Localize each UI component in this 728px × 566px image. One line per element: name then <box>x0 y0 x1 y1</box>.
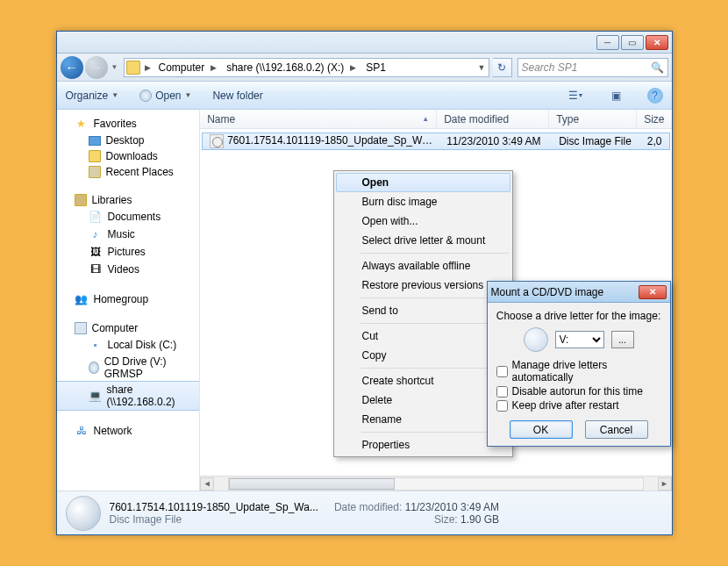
sidebar-documents[interactable]: 📄Documents <box>57 208 200 226</box>
documents-icon: 📄 <box>89 210 103 224</box>
sidebar-desktop[interactable]: Desktop <box>57 133 200 148</box>
col-name[interactable]: Name▲ <box>200 110 437 128</box>
chevron-right-icon[interactable]: ▶ <box>142 63 153 72</box>
search-icon: 🔍 <box>651 61 664 74</box>
organize-button[interactable]: Organize▼ <box>66 90 119 102</box>
scroll-track[interactable] <box>228 477 643 491</box>
sidebar-favorites[interactable]: ★Favorites <box>57 115 200 133</box>
ctx-send-to[interactable]: Send to▶ <box>336 301 510 320</box>
ctx-create-shortcut[interactable]: Create shortcut <box>336 371 510 390</box>
disc-icon <box>139 90 152 102</box>
scroll-left-button[interactable]: ◄ <box>200 477 214 491</box>
sidebar-cd-drive[interactable]: CD Drive (V:) GRMSP <box>57 354 200 382</box>
titlebar: ─ ▭ ✕ <box>57 32 672 54</box>
search-placeholder: Search SP1 <box>522 61 578 74</box>
sidebar-homegroup[interactable]: 👥Homegroup <box>57 290 200 308</box>
iso-icon <box>210 134 224 148</box>
sort-asc-icon: ▲ <box>422 115 429 123</box>
explorer-window: ─ ▭ ✕ ← → ▼ ▶ Computer▶ share (\\192.168… <box>56 31 673 535</box>
details-filename: 7601.17514.101119-1850_Update_Sp_Wa... <box>110 501 318 513</box>
browse-button[interactable]: ... <box>611 331 634 348</box>
details-pane: 7601.17514.101119-1850_Update_Sp_Wa... D… <box>57 491 672 534</box>
mount-dialog: Mount a CD/DVD image ✕ Choose a drive le… <box>487 281 671 447</box>
separator <box>360 253 509 254</box>
dialog-title: Mount a CD/DVD image <box>491 286 604 298</box>
back-button[interactable]: ← <box>61 56 83 79</box>
ctx-properties[interactable]: Properties <box>336 435 510 455</box>
libraries-icon <box>75 194 87 206</box>
col-date[interactable]: Date modified <box>437 110 549 128</box>
scroll-right-button[interactable]: ► <box>658 477 672 491</box>
cb-auto-letters[interactable]: Manage drive letters automatically <box>496 359 661 383</box>
maximize-button[interactable]: ▭ <box>621 35 644 50</box>
view-button[interactable]: ☰▼ <box>567 86 586 105</box>
ctx-restore[interactable]: Restore previous versions <box>336 276 510 295</box>
music-icon: ♪ <box>89 227 103 241</box>
preview-pane-button[interactable]: ▣ <box>607 86 626 105</box>
details-date: Date modified: 11/23/2010 3:49 AM <box>334 501 499 513</box>
dialog-titlebar[interactable]: Mount a CD/DVD image ✕ <box>488 282 670 303</box>
navigation-pane[interactable]: ★Favorites Desktop Downloads Recent Plac… <box>57 110 201 491</box>
folder-icon <box>89 150 101 162</box>
ctx-open[interactable]: Open <box>336 173 510 192</box>
ctx-offline[interactable]: Always available offline <box>336 256 510 276</box>
sidebar-music[interactable]: ♪Music <box>57 226 200 243</box>
nav-history-dropdown[interactable]: ▼ <box>110 60 120 75</box>
breadcrumb-share[interactable]: share (\\192.168.0.2) (X:)▶ <box>221 59 360 76</box>
sidebar-recent[interactable]: Recent Places <box>57 164 200 180</box>
cancel-button[interactable]: Cancel <box>585 420 648 439</box>
ctx-rename[interactable]: Rename <box>336 410 510 429</box>
search-input[interactable]: Search SP1 🔍 <box>517 58 668 77</box>
refresh-button[interactable]: ↻ <box>493 58 512 77</box>
ctx-burn[interactable]: Burn disc image <box>336 192 510 211</box>
dialog-prompt: Choose a drive letter for the image: <box>496 310 661 322</box>
ctx-delete[interactable]: Delete <box>336 390 510 410</box>
file-large-icon <box>66 496 101 531</box>
horizontal-scrollbar[interactable]: ◄ ► <box>200 476 671 491</box>
col-type[interactable]: Type <box>549 110 637 128</box>
drive-letter-select[interactable]: V: <box>555 331 604 348</box>
minimize-button[interactable]: ─ <box>596 35 619 50</box>
details-filetype: Disc Image File <box>110 513 318 526</box>
drive-icon: ▪ <box>89 338 103 352</box>
ctx-cut[interactable]: Cut <box>336 326 510 346</box>
sidebar-local-disk[interactable]: ▪Local Disk (C:) <box>57 336 200 354</box>
videos-icon: 🎞 <box>89 262 103 276</box>
ctx-copy[interactable]: Copy <box>336 346 510 365</box>
cb-keep-drive[interactable]: Keep drive after restart <box>496 399 661 412</box>
breadcrumb-sp1[interactable]: SP1 <box>360 59 391 76</box>
folder-icon <box>126 61 140 75</box>
close-button[interactable]: ✕ <box>646 35 668 50</box>
open-button[interactable]: Open▼ <box>139 90 191 102</box>
sidebar-network[interactable]: 🖧Network <box>57 422 200 440</box>
address-bar[interactable]: ▶ Computer▶ share (\\192.168.0.2) (X:)▶ … <box>124 58 489 77</box>
places-icon <box>89 166 101 178</box>
dialog-close-button[interactable]: ✕ <box>639 285 667 299</box>
file-row[interactable]: 7601.17514.101119-1850_Update_Sp_Wa... 1… <box>202 133 669 150</box>
nav-bar: ← → ▼ ▶ Computer▶ share (\\192.168.0.2) … <box>57 54 672 82</box>
sidebar-computer[interactable]: Computer <box>57 320 200 336</box>
ctx-open-with[interactable]: Open with... <box>336 211 510 231</box>
sidebar-libraries[interactable]: Libraries <box>57 192 200 208</box>
sidebar-share[interactable]: 💻share (\\192.168.0.2) <box>57 381 200 411</box>
ctx-select-drive[interactable]: Select drive letter & mount <box>336 231 510 250</box>
file-type: Disc Image File <box>552 135 639 147</box>
sidebar-pictures[interactable]: 🖼Pictures <box>57 243 200 261</box>
network-drive-icon: 💻 <box>89 389 102 403</box>
breadcrumb-computer[interactable]: Computer▶ <box>153 59 222 76</box>
breadcrumb-dropdown[interactable]: ▼ <box>475 63 489 72</box>
cb-disable-autorun[interactable]: Disable autorun for this time <box>496 385 661 398</box>
help-button[interactable]: ? <box>647 88 663 104</box>
forward-button[interactable]: → <box>85 56 108 79</box>
col-size[interactable]: Size <box>637 110 671 128</box>
scroll-thumb[interactable] <box>229 478 395 490</box>
file-name: 7601.17514.101119-1850_Update_Sp_Wa... <box>227 134 436 147</box>
ok-button[interactable]: OK <box>510 420 573 439</box>
sidebar-downloads[interactable]: Downloads <box>57 148 200 164</box>
sidebar-videos[interactable]: 🎞Videos <box>57 261 200 278</box>
details-size: Size: 1.90 GB <box>334 513 499 526</box>
star-icon: ★ <box>75 117 89 131</box>
new-folder-button[interactable]: New folder <box>212 90 262 102</box>
file-date: 11/23/2010 3:49 AM <box>439 135 552 147</box>
cd-icon <box>524 327 548 352</box>
